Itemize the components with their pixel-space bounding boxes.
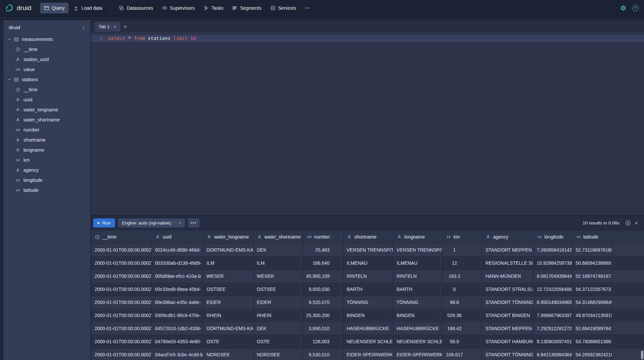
tree-column-latitude[interactable]: 1.0latitude bbox=[3, 185, 91, 195]
cell-agency[interactable]: STANDORT TÖNNING bbox=[482, 348, 533, 360]
cell-__time[interactable]: 2000-01-01T00:00:00.000Z bbox=[91, 348, 152, 360]
cell-number[interactable]: 166,640 bbox=[303, 257, 343, 269]
cell-latitude[interactable]: 52.1897474816710 bbox=[572, 270, 612, 282]
cell-agency[interactable]: STANDORT STRALSUND bbox=[482, 283, 533, 296]
cell-shortname[interactable]: ILMENAU bbox=[343, 257, 393, 269]
cell-longitude[interactable]: 7.29291228127217 bbox=[533, 322, 572, 335]
cell-water_shortname[interactable]: OSTSEE bbox=[253, 283, 303, 296]
tree-column-station_uuid[interactable]: Astation_uuid bbox=[3, 54, 91, 64]
cell-uuid[interactable]: 00c33ed9-6bea-45b4- bbox=[152, 283, 203, 296]
cell-shortname[interactable]: EIDER-SPERRWERK AP bbox=[343, 348, 393, 360]
cell-latitude[interactable]: 52.7311869761801 bbox=[572, 244, 612, 256]
cell-longname[interactable]: VERSEN TRENNSPITZE bbox=[393, 244, 443, 256]
cell-longitude[interactable]: 9.13090359745105 bbox=[533, 335, 572, 348]
tree-column-shortname[interactable]: Ashortname bbox=[3, 135, 91, 145]
cell-__time[interactable]: 2000-01-01T00:00:00.000Z bbox=[91, 244, 152, 256]
cell-__time[interactable]: 2000-01-01T00:00:00.000Z bbox=[91, 335, 152, 348]
tree-column-km[interactable]: 1.0km bbox=[3, 155, 91, 165]
cell-water_longname[interactable]: WESER bbox=[203, 270, 253, 282]
tree-table-stations[interactable]: stations bbox=[3, 74, 91, 85]
run-button[interactable]: ▶ Run bbox=[93, 218, 115, 227]
cell-latitude[interactable]: 49.9703421359193 bbox=[572, 309, 612, 322]
nav-item-services[interactable]: Services bbox=[267, 3, 300, 13]
tree-column-number[interactable]: 123number bbox=[3, 125, 91, 135]
cell-shortname[interactable]: VERSEN TRENNSPITZE bbox=[343, 244, 393, 256]
cell-uuid[interactable]: 04acd7e5-3cbc-4cdd-b bbox=[152, 348, 203, 360]
cell-water_shortname[interactable]: ILM bbox=[253, 257, 303, 269]
tree-sort-button[interactable] bbox=[80, 24, 86, 31]
cell-uuid[interactable]: 04572010-1db2-4338- bbox=[152, 322, 203, 335]
cell-water_shortname[interactable]: WESER bbox=[253, 270, 303, 282]
cell-latitude[interactable]: 54.3146829998459 bbox=[572, 296, 612, 309]
column-header-latitude[interactable]: 1.0latitude bbox=[572, 230, 612, 243]
cell-longname[interactable]: HASEHUBBRÜCKE bbox=[393, 322, 443, 335]
cell-agency[interactable]: HANN-MÜNDEN bbox=[482, 270, 533, 282]
cell-uuid[interactable]: 003200ab-d138-49d9- bbox=[152, 257, 203, 269]
cell-longitude[interactable]: 12.7232205648676 bbox=[533, 283, 572, 296]
cell-agency[interactable]: STANDORT MEPPEN bbox=[482, 322, 533, 335]
cell-water_longname[interactable]: DORTMUND-EMS-KANAL bbox=[203, 244, 253, 256]
cell-longitude[interactable]: 8.95014903496553 bbox=[533, 296, 572, 309]
tab-tab-1[interactable]: Tab 1 × bbox=[95, 22, 120, 32]
column-header-uuid[interactable]: Auuid bbox=[152, 230, 203, 243]
nav-item-load-data[interactable]: Load data bbox=[70, 3, 106, 13]
more-options-button[interactable]: ••• bbox=[188, 218, 199, 227]
cell-longname[interactable]: ILMENAU bbox=[393, 257, 443, 269]
cell-water_shortname[interactable]: OSTE bbox=[253, 335, 303, 348]
results-scrollbar-thumb[interactable] bbox=[641, 351, 643, 359]
engine-select[interactable]: Engine: auto (sql-native) ▾ bbox=[118, 218, 185, 227]
cell-__time[interactable]: 2000-01-01T00:00:00.000Z bbox=[91, 257, 152, 269]
cell-km[interactable]: 58.9 bbox=[443, 335, 482, 348]
cell-uuid[interactable]: 00e386ac-e35c-4a6e- bbox=[152, 296, 203, 309]
cell-km[interactable]: 99.8 bbox=[443, 296, 482, 309]
tree-column-longitude[interactable]: 1.0longitude bbox=[3, 175, 91, 185]
column-header-agency[interactable]: Aagency bbox=[482, 230, 533, 243]
column-header-number[interactable]: 123number bbox=[303, 230, 343, 243]
nav-item-query[interactable]: Query bbox=[40, 3, 68, 13]
cell-uuid[interactable]: 005dfdae-efcc-410a-b bbox=[152, 270, 203, 282]
cell-agency[interactable]: STANDORT TÖNNING bbox=[482, 296, 533, 309]
tree-table-measurements[interactable]: measurements bbox=[3, 34, 91, 44]
cell-water_longname[interactable]: NORDSEE bbox=[203, 348, 253, 360]
column-header-longitude[interactable]: 1.0longitude bbox=[533, 230, 572, 243]
cell-km[interactable]: 163.2 bbox=[443, 270, 482, 282]
cell-__time[interactable]: 2000-01-01T00:00:00.000Z bbox=[91, 322, 152, 335]
cell-__time[interactable]: 2000-01-01T00:00:00.000Z bbox=[91, 270, 152, 282]
download-button[interactable] bbox=[625, 220, 631, 226]
cell-number[interactable]: 9,650,030 bbox=[303, 283, 343, 296]
tree-column-__time[interactable]: __time bbox=[3, 85, 91, 95]
column-header-water_longname[interactable]: Awater_longname bbox=[203, 230, 253, 243]
cell-agency[interactable]: REGIONALSTELLE SUHL bbox=[482, 257, 533, 269]
cell-shortname[interactable]: TÖNNING bbox=[343, 296, 393, 309]
tree-column-longname[interactable]: Alongname bbox=[3, 145, 91, 155]
cell-km[interactable]: 0 bbox=[443, 283, 482, 296]
cell-water_longname[interactable]: DORTMUND-EMS-KANAL bbox=[203, 322, 253, 335]
cell-uuid[interactable]: 0024cc40-d690-468d- bbox=[152, 244, 203, 256]
settings-gear-icon[interactable] bbox=[620, 5, 626, 11]
cell-shortname[interactable]: NEUENSEER SCHLEUSE bbox=[343, 335, 393, 348]
cell-km[interactable]: 12 bbox=[443, 257, 482, 269]
tree-column-water_shortname[interactable]: Awater_shortname bbox=[3, 115, 91, 125]
cell-agency[interactable]: STANDORT BINGEN bbox=[482, 309, 533, 322]
cell-water_shortname[interactable]: EIDER bbox=[253, 296, 303, 309]
close-results-button[interactable]: × bbox=[634, 220, 638, 226]
cell-longname[interactable]: TÖNNING bbox=[393, 296, 443, 309]
nav-item-datasources[interactable]: Datasources bbox=[115, 3, 157, 13]
cell-latitude[interactable]: 52.6941909978414 bbox=[572, 322, 612, 335]
sql-editor[interactable]: 1 select * from stations limit 10 bbox=[91, 32, 644, 215]
tab-close-icon[interactable]: × bbox=[113, 24, 116, 29]
cell-longitude[interactable]: 7.89966796339717 bbox=[533, 309, 572, 322]
cell-number[interactable]: 25,300,200 bbox=[303, 309, 343, 322]
cell-longitude[interactable]: 9.08170493964460 bbox=[533, 270, 572, 282]
cell-longitude[interactable]: 7.26085641814258 bbox=[533, 244, 572, 256]
column-header-shortname[interactable]: Ashortname bbox=[343, 230, 393, 243]
cell-km[interactable]: 166.42 bbox=[443, 322, 482, 335]
cell-longname[interactable]: BINGEN bbox=[393, 309, 443, 322]
cell-number[interactable]: 9,520,070 bbox=[303, 296, 343, 309]
cell-shortname[interactable]: BARTH bbox=[343, 283, 393, 296]
cell-km[interactable]: 109.617 bbox=[443, 348, 482, 360]
cell-__time[interactable]: 2000-01-01T00:00:00.000Z bbox=[91, 296, 152, 309]
column-header-water_shortname[interactable]: Awater_shortname bbox=[253, 230, 303, 243]
column-header-km[interactable]: 1.0km bbox=[443, 230, 482, 243]
cell-__time[interactable]: 2000-01-01T00:00:00.000Z bbox=[91, 283, 152, 296]
